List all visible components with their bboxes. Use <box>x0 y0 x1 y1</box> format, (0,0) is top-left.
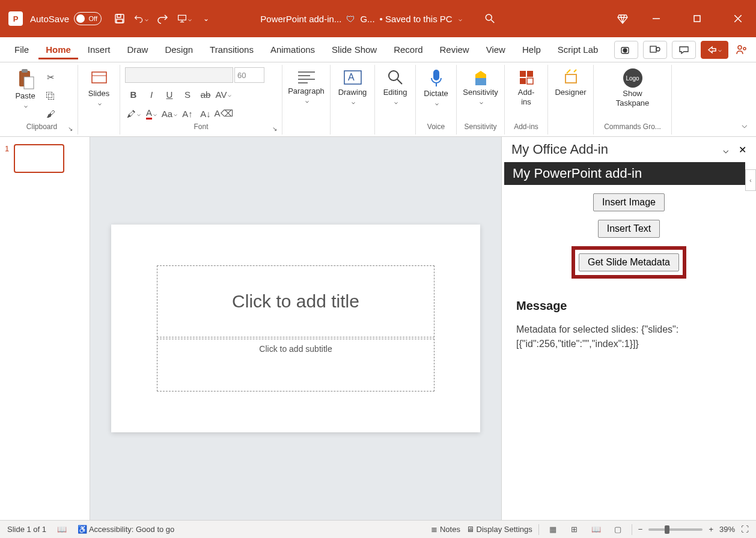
tab-slideshow[interactable]: Slide Show <box>325 40 384 59</box>
underline-button[interactable]: U <box>161 86 178 102</box>
close-button[interactable] <box>725 10 751 28</box>
share-button[interactable]: ⌵ <box>701 41 728 59</box>
qat-customize-icon[interactable]: ⌄ <box>199 11 213 26</box>
chevron-down-icon[interactable]: ⌵ <box>459 16 462 22</box>
accessibility-status[interactable]: ♿ Accessibility: Good to go <box>78 525 174 534</box>
drawing-button[interactable]: A Drawing ⌵ <box>335 67 370 106</box>
slides-button[interactable]: Slides ⌵ <box>85 67 114 107</box>
minimize-button[interactable] <box>643 10 669 28</box>
svg-point-12 <box>656 47 660 51</box>
get-slide-metadata-button[interactable]: Get Slide Metadata <box>579 253 679 271</box>
insert-text-button[interactable]: Insert Text <box>598 220 660 238</box>
tab-view[interactable]: View <box>479 40 513 59</box>
tab-transitions[interactable]: Transitions <box>203 40 261 59</box>
highlight-button[interactable]: 🖍⌵ <box>125 106 142 121</box>
sensitivity-button[interactable]: Sensitivity ⌵ <box>462 67 499 106</box>
svg-rect-3 <box>178 15 186 20</box>
camera-button[interactable] <box>614 41 638 59</box>
sensitivity-short: G... <box>360 14 374 24</box>
slideshow-view-icon[interactable]: ▢ <box>610 523 626 536</box>
clear-format-button[interactable]: A⌫ <box>215 106 232 121</box>
display-settings-button[interactable]: 🖥 Display Settings <box>466 525 532 534</box>
save-icon[interactable] <box>112 11 127 26</box>
editing-button[interactable]: Editing ⌵ <box>380 67 410 106</box>
grow-font-button[interactable]: A↑ <box>179 106 196 121</box>
tab-help[interactable]: Help <box>515 40 548 59</box>
diamond-icon[interactable] <box>617 13 629 25</box>
dictate-button[interactable]: Dictate ⌵ <box>421 67 451 107</box>
font-color-button[interactable]: A⌵ <box>143 106 160 121</box>
cut-icon[interactable]: ✂ <box>42 70 59 85</box>
zoom-in-button[interactable]: + <box>709 525 713 534</box>
taskpane-close-icon[interactable]: ✕ <box>739 144 746 156</box>
tab-home[interactable]: Home <box>38 40 78 59</box>
svg-point-26 <box>389 71 398 80</box>
tab-review[interactable]: Review <box>433 40 477 59</box>
reading-view-icon[interactable]: 📖 <box>588 523 604 536</box>
toggle-switch[interactable]: Off <box>74 12 102 25</box>
change-case-button[interactable]: Aa⌵ <box>161 106 178 121</box>
addins-button[interactable]: Add-ins <box>510 67 543 107</box>
comments-button[interactable] <box>672 41 696 59</box>
collapse-ribbon-icon[interactable]: ⌵ <box>742 119 748 130</box>
fit-to-window-icon[interactable]: ⛶ <box>741 525 749 534</box>
normal-view-icon[interactable]: ▦ <box>545 523 561 536</box>
thumbnail-preview[interactable] <box>14 144 64 173</box>
svg-rect-30 <box>520 71 526 77</box>
zoom-level[interactable]: 39% <box>719 525 735 534</box>
slide-counter[interactable]: Slide 1 of 1 <box>7 525 46 534</box>
character-spacing-button[interactable]: AV⌵ <box>215 86 232 102</box>
title-bar: P AutoSave Off ⌵ ⌵ ⌄ PowerPoint add-in..… <box>0 0 756 37</box>
font-size-select[interactable] <box>234 67 264 83</box>
subtitle-placeholder[interactable]: Click to add subtitle <box>157 339 434 391</box>
tab-draw[interactable]: Draw <box>120 40 155 59</box>
shadow-button[interactable]: S <box>179 86 196 102</box>
tab-design[interactable]: Design <box>157 40 200 59</box>
clipboard-launcher[interactable]: ↘ <box>68 125 73 132</box>
tab-file[interactable]: File <box>7 40 36 59</box>
tab-record[interactable]: Record <box>386 40 430 59</box>
shrink-font-button[interactable]: A↓ <box>197 106 214 121</box>
taskpane-dropdown-icon[interactable]: ⌵ <box>723 144 729 156</box>
italic-button[interactable]: I <box>143 86 160 102</box>
teams-button[interactable] <box>643 41 667 59</box>
notes-button[interactable]: ≣ Notes <box>431 525 460 534</box>
group-clipboard: Paste ⌵ ✂ ⿻ 🖌 Clipboard↘ <box>6 65 78 134</box>
zoom-slider[interactable] <box>648 528 703 531</box>
zoom-out-button[interactable]: − <box>638 525 643 534</box>
font-launcher[interactable]: ↘ <box>272 125 277 132</box>
tab-insert[interactable]: Insert <box>81 40 118 59</box>
thumbnail-item[interactable]: 1 <box>5 144 85 173</box>
bold-button[interactable]: B <box>125 86 142 102</box>
title-placeholder[interactable]: Click to add title <box>157 265 434 337</box>
designer-button[interactable]: Designer <box>553 67 588 98</box>
spellcheck-icon[interactable]: 📖 <box>57 525 67 534</box>
redo-icon[interactable] <box>156 11 170 26</box>
strikethrough-button[interactable]: ab <box>197 86 214 102</box>
taskpane-collapse-tab[interactable]: ‹ <box>745 169 756 191</box>
svg-rect-17 <box>24 77 34 89</box>
paragraph-button[interactable]: Paragraph ⌵ <box>287 67 325 105</box>
format-painter-icon[interactable]: 🖌 <box>42 106 59 121</box>
group-editing: Editing ⌵ <box>375 65 416 134</box>
sorter-view-icon[interactable]: ⊞ <box>567 523 582 536</box>
autosave-toggle[interactable]: AutoSave Off <box>30 12 102 25</box>
undo-icon[interactable]: ⌵ <box>134 11 148 26</box>
app-icon: P <box>8 11 23 26</box>
copy-icon[interactable]: ⿻ <box>42 88 59 103</box>
svg-point-14 <box>743 47 746 50</box>
show-taskpane-button[interactable]: Logo ShowTaskpane <box>612 67 653 109</box>
maximize-button[interactable] <box>684 10 710 28</box>
document-name: PowerPoint add-in... <box>260 14 341 24</box>
svg-rect-32 <box>520 78 526 84</box>
paste-button[interactable]: Paste ⌵ <box>11 67 40 110</box>
font-family-select[interactable] <box>125 67 233 83</box>
insert-image-button[interactable]: Insert Image <box>593 193 665 211</box>
search-icon[interactable] <box>485 13 496 24</box>
group-addins: Add-ins Add-ins <box>505 65 548 134</box>
present-icon[interactable]: ⌵ <box>177 11 192 26</box>
collab-button[interactable] <box>733 42 750 58</box>
tab-animations[interactable]: Animations <box>263 40 322 59</box>
slide-canvas[interactable]: Click to add title Click to add subtitle <box>111 225 480 432</box>
tab-scriptlab[interactable]: Script Lab <box>550 40 606 59</box>
